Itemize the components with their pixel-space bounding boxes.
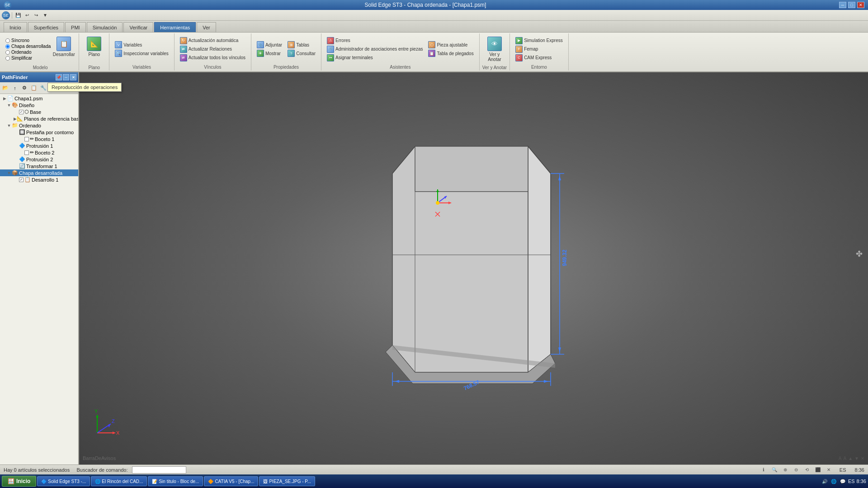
tray-icon-1[interactable]: 🔊 xyxy=(821,478,828,485)
tree-boceto1[interactable]: ✏ Boceto 1 xyxy=(0,136,78,142)
command-search-input[interactable] xyxy=(132,466,186,474)
titlebar-minimize[interactable]: ─ xyxy=(839,2,846,8)
pathfinder-close[interactable]: ✕ xyxy=(70,74,76,80)
pf-btn-3[interactable]: ⚙ xyxy=(20,84,29,93)
pathfinder-pin[interactable]: 📌 xyxy=(56,74,62,80)
boceto1-checkbox[interactable] xyxy=(24,137,29,141)
tw5-icon: 🖼 xyxy=(263,479,268,484)
status-icon-7[interactable]: ✕ xyxy=(825,466,832,474)
tab-pmi[interactable]: PMI xyxy=(65,22,86,32)
tree-boceto2-label: Boceto 2 xyxy=(35,150,54,155)
svg-point-27 xyxy=(436,201,439,205)
desarrollar-button[interactable]: 📋 Desarrollar xyxy=(52,35,75,63)
status-icon-2[interactable]: 🔍 xyxy=(771,466,778,474)
tree-diseno[interactable]: ▼ 🎨 Diseño xyxy=(0,102,78,108)
root-expander[interactable]: ▶ xyxy=(2,96,7,101)
femap-button[interactable]: F Femap xyxy=(514,45,565,53)
resize-icon-2[interactable]: A xyxy=(844,456,847,461)
tree-transformar1[interactable]: 🔄 Transformar 1 xyxy=(0,163,78,169)
planos-expander[interactable]: ▶ xyxy=(14,116,17,122)
tree-desarrollo1[interactable]: ✓ 📋 Desarrollo 1 xyxy=(0,176,78,183)
resize-icon-1[interactable]: A xyxy=(839,456,842,461)
chapa-expander[interactable]: ▼ xyxy=(6,170,12,176)
tree-root[interactable]: ▶ 📄 Chapa1.psm xyxy=(0,95,78,102)
tree-ordenado[interactable]: ▼ 📁 Ordenado xyxy=(0,122,78,129)
tab-herramientas[interactable]: Herramientas xyxy=(154,22,196,32)
tree-base[interactable]: ✓ ⬡ Base xyxy=(0,108,78,115)
ribbon-plano-content: 📐 Plano xyxy=(82,34,106,64)
tree-protrusion1[interactable]: 🔷 Protrusión 1 xyxy=(0,142,78,149)
simulation-button[interactable]: ▶ Simulation Express xyxy=(514,37,565,45)
qa-dropdown[interactable]: ▼ xyxy=(41,11,49,19)
3d-viewport[interactable]: 949.32 768.57 X xyxy=(79,72,868,465)
tray-locale: ES xyxy=(848,479,855,484)
update-relations-button[interactable]: ⇄ Actualizar Relaciones xyxy=(178,45,247,53)
asignar-button[interactable]: ↦ Asignar terminales xyxy=(325,54,425,62)
boceto2-checkbox[interactable] xyxy=(24,150,29,155)
status-icon-5[interactable]: ⟲ xyxy=(803,466,811,474)
tab-inicio[interactable]: Inicio xyxy=(4,22,27,32)
tabla-plegados-button[interactable]: 📋 Tabla de plegados xyxy=(426,49,475,57)
pathfinder-minimize[interactable]: ─ xyxy=(63,74,69,80)
radio-sincrono[interactable]: Síncrono xyxy=(5,38,51,43)
pf-btn-2[interactable]: ↑ xyxy=(10,84,19,93)
plano-button[interactable]: 📐 Plano xyxy=(83,35,105,63)
all-icon: ⇌ xyxy=(180,54,187,61)
tray-icon-3[interactable]: 💬 xyxy=(839,478,846,485)
resize-icon-4[interactable]: ▼ xyxy=(854,456,859,461)
tablas-button[interactable]: ⊞ Tablas xyxy=(286,41,317,49)
taskbar-window-1[interactable]: 🔷 Solid Edge ST3 -... xyxy=(37,476,90,486)
coordinate-axes: X Y Z xyxy=(88,406,124,442)
tab-ver[interactable]: Ver xyxy=(197,22,216,32)
tab-simulacion[interactable]: Simulación xyxy=(87,22,123,32)
status-icon-3[interactable]: ⊕ xyxy=(782,466,789,474)
pf-btn-5[interactable]: 🔧 xyxy=(39,84,48,93)
radio-simplificar[interactable]: Simplificar xyxy=(5,56,51,61)
consultar-button[interactable]: ? Consultar xyxy=(286,49,317,57)
radio-chapa[interactable]: Chapa desarrollada xyxy=(5,44,51,49)
inspect-variables-button[interactable]: 🔍 Inspeccionar variables xyxy=(113,49,170,57)
ver-anotar-button[interactable]: 👁 Ver y Anotar xyxy=(483,35,506,63)
titlebar-close[interactable]: ✕ xyxy=(857,2,864,8)
ribbon-group-plano: 📐 Plano Plano xyxy=(79,33,109,70)
tab-verificar[interactable]: Verificar xyxy=(123,22,153,32)
variables-button[interactable]: V Variables xyxy=(113,41,170,49)
taskbar-window-2[interactable]: 🌐 El Rincón del CAD... xyxy=(91,476,147,486)
tree-pestana[interactable]: 🔲 Pestaña por contorno xyxy=(0,129,78,136)
pieza-button[interactable]: ⬡ Pieza ajustable xyxy=(426,41,475,49)
des1-checkbox[interactable]: ✓ xyxy=(19,178,24,182)
pf-btn-1[interactable]: 📂 xyxy=(1,84,10,93)
auto-update-button[interactable]: ↻ Actualización automática xyxy=(178,37,247,45)
cam-button[interactable]: C CAM Express xyxy=(514,54,565,62)
redo-button[interactable]: ↪ xyxy=(32,11,40,19)
status-icon-6[interactable]: ⬛ xyxy=(814,466,821,474)
resize-icon-3[interactable]: ▲ xyxy=(848,456,853,461)
diseno-expander[interactable]: ▼ xyxy=(6,103,12,108)
radio-ordenado[interactable]: Ordenado xyxy=(5,50,51,55)
taskbar-window-5[interactable]: 🖼 PIEZA_SE.JPG - P... xyxy=(259,476,315,486)
ordenado-expander[interactable]: ▼ xyxy=(6,123,12,128)
start-button[interactable]: 🪟 Inicio xyxy=(2,476,36,487)
modelo-radio-group: Síncrono Chapa desarrollada Ordenado Sim… xyxy=(5,38,51,61)
base-checkbox[interactable]: ✓ xyxy=(19,110,24,114)
status-icon-1[interactable]: ℹ xyxy=(760,466,767,474)
titlebar-restore[interactable]: □ xyxy=(848,2,855,8)
taskbar-window-4[interactable]: 🔶 CATIA V5 - [Chap... xyxy=(204,476,258,486)
tab-superficies[interactable]: Superficies xyxy=(28,22,64,32)
adjuntar-button[interactable]: 📎 Adjuntar xyxy=(255,41,284,49)
save-button[interactable]: 💾 xyxy=(14,11,22,19)
tree-planos[interactable]: ▶ 📐 Planos de referencia base xyxy=(0,115,78,122)
mostrar-button[interactable]: 👁 Mostrar xyxy=(255,49,284,57)
admin-button[interactable]: 🔗 Administrador de asociaciones entre pi… xyxy=(325,45,425,53)
undo-button[interactable]: ↩ xyxy=(23,11,31,19)
pf-btn-4[interactable]: 📋 xyxy=(29,84,38,93)
tree-protrusion2[interactable]: 🔷 Protrusión 2 xyxy=(0,156,78,163)
taskbar-window-3[interactable]: 📝 Sin titulo - Bloc de... xyxy=(148,476,203,486)
resize-icon-5[interactable]: ✕ xyxy=(861,456,864,461)
tray-icon-2[interactable]: 🌐 xyxy=(830,478,837,485)
update-all-button[interactable]: ⇌ Actualizar todos los vínculos xyxy=(178,54,247,62)
status-icon-4[interactable]: ⊖ xyxy=(793,466,800,474)
errores-button[interactable]: ⚠ Errores xyxy=(325,37,425,45)
tree-chapa-desarrollada[interactable]: ▼ 📦 Chapa desarrollada xyxy=(0,169,78,176)
tree-boceto2[interactable]: ✏ Boceto 2 xyxy=(0,149,78,156)
